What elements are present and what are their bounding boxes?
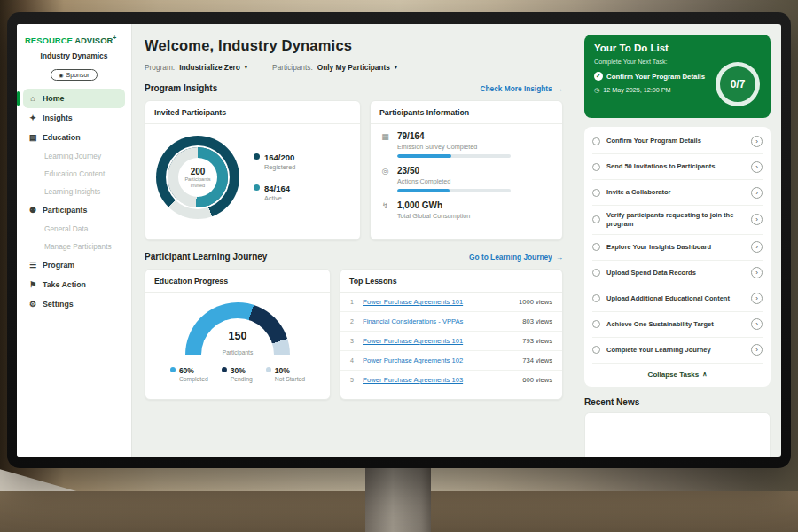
task-checkbox[interactable] xyxy=(592,346,600,354)
participants-filter-value: Only My Participants xyxy=(317,63,390,72)
check-more-insights-link[interactable]: Check More Insights → xyxy=(481,84,563,93)
brand-logo: RESOURCE ADVISOR+ xyxy=(23,34,125,51)
task-checkbox[interactable] xyxy=(592,269,600,277)
task-checkbox[interactable] xyxy=(592,163,600,171)
program-filter-label: Program: xyxy=(145,63,175,72)
education-progress-title: Education Progress xyxy=(145,270,330,293)
lesson-row: 2 Financial Considerations - VPPAs 803 v… xyxy=(340,312,562,332)
todo-next-task[interactable]: ✓ Confirm Your Program Details xyxy=(594,72,718,81)
task-chevron-icon[interactable]: › xyxy=(751,241,763,253)
sidebar-item-program[interactable]: ☰Program xyxy=(23,255,125,275)
filter-bar: Program: Industrialize Zero ▾ Participan… xyxy=(145,63,563,72)
collapse-tasks-button[interactable]: Collapse Tasks ∧ xyxy=(592,364,763,387)
sponsor-icon: ◉ xyxy=(59,72,63,78)
donut-center: 200 Participants Invited xyxy=(178,158,217,197)
education-progress-gauge: 150 Participants xyxy=(185,302,290,356)
recent-news-title: Recent News xyxy=(584,397,771,407)
lesson-link[interactable]: Financial Considerations - VPPAs xyxy=(363,317,516,325)
task-row[interactable]: Verify participants requesting to join t… xyxy=(592,206,763,235)
todo-title: Your To Do List xyxy=(594,43,761,53)
education-progress-card: Education Progress 150 Participants xyxy=(145,269,331,400)
task-row[interactable]: Upload Spend Data Records › xyxy=(592,261,763,286)
sidebar-item-take-action[interactable]: ⚑Take Action xyxy=(23,275,125,294)
task-row[interactable]: Explore Your Insights Dashboard › xyxy=(592,235,763,261)
sidebar-item-learning-insights[interactable]: Learning Insights xyxy=(23,183,125,200)
lesson-link[interactable]: Power Purchase Agreements 101 xyxy=(363,298,512,306)
participants-filter[interactable]: Participants: Only My Participants ▾ xyxy=(272,63,397,72)
go-to-learning-journey-link[interactable]: Go to Learning Journey → xyxy=(469,253,563,262)
program-insights-title: Program Insights xyxy=(145,83,217,93)
stat-emission-survey: ▦ 79/164 Emission Survey Completed xyxy=(380,131,552,158)
task-chevron-icon[interactable]: › xyxy=(751,136,763,147)
org-name: Industry Dynamics xyxy=(23,51,125,60)
sidebar-item-general-data[interactable]: General Data xyxy=(23,220,125,238)
legend-dot-pending xyxy=(222,367,227,372)
donut-legend: 164/200 Registered 84/164 Active xyxy=(254,153,295,202)
task-chevron-icon[interactable]: › xyxy=(751,161,763,173)
task-chevron-icon[interactable]: › xyxy=(751,214,763,225)
participants-information-title: Participants Information xyxy=(371,101,562,124)
task-chevron-icon[interactable]: › xyxy=(751,293,763,304)
program-filter[interactable]: Program: Industrialize Zero ▾ xyxy=(145,63,247,72)
legend-dot-active xyxy=(254,184,260,191)
main-content: Welcome, Industry Dynamics Program: Indu… xyxy=(132,24,575,457)
sidebar-item-learning-journey[interactable]: Learning Journey xyxy=(23,147,125,165)
participants-filter-label: Participants: xyxy=(272,63,313,72)
lesson-row: 3 Power Purchase Agreements 101 793 view… xyxy=(340,332,562,351)
learning-journey-title: Participant Learning Journey xyxy=(145,252,267,262)
task-chevron-icon[interactable]: › xyxy=(751,267,763,278)
legend-dot-registered xyxy=(254,153,260,160)
task-checkbox[interactable] xyxy=(592,215,600,223)
task-checkbox[interactable] xyxy=(592,320,600,328)
task-row[interactable]: Complete Your Learning Journey › xyxy=(592,338,763,364)
program-icon: ☰ xyxy=(28,261,37,270)
legend-not-started: 10%Not Started xyxy=(266,366,305,382)
task-row[interactable]: Achieve One Sustainability Target › xyxy=(592,312,763,338)
sidebar-item-home[interactable]: ⌂Home xyxy=(23,89,125,108)
legend-value: 84/164 xyxy=(264,184,290,193)
learning-cards-row: Education Progress 150 Participants xyxy=(145,269,563,400)
task-row[interactable]: Send 50 Invitations to Participants › xyxy=(592,154,763,180)
brand-plus: + xyxy=(113,35,116,41)
top-lessons-title: Top Lessons xyxy=(340,270,562,293)
task-row[interactable]: Upload Additional Educational Content › xyxy=(592,286,763,312)
lesson-views: 793 views xyxy=(522,337,552,345)
task-row[interactable]: Confirm Your Program Details › xyxy=(592,129,763,154)
lesson-link[interactable]: Power Purchase Agreements 102 xyxy=(363,356,516,364)
stat-value: 1,000 GWh xyxy=(397,200,470,210)
sidebar-item-education[interactable]: ▤Education xyxy=(23,128,125,147)
legend-completed: 60%Completed xyxy=(170,366,208,382)
task-checkbox[interactable] xyxy=(592,189,600,197)
lesson-views: 803 views xyxy=(522,317,552,325)
legend-label: Active xyxy=(264,194,290,202)
todo-progress-ring: 0/7 xyxy=(716,62,760,106)
progress-bar-fill xyxy=(397,154,451,158)
sidebar-item-insights[interactable]: ✦Insights xyxy=(23,108,125,128)
legend-registered: 164/200 Registered xyxy=(254,153,295,171)
task-chevron-icon[interactable]: › xyxy=(751,344,763,356)
dashboard-screen: RESOURCE ADVISOR+ Industry Dynamics ◉Spo… xyxy=(17,24,781,457)
lesson-link[interactable]: Power Purchase Agreements 101 xyxy=(363,337,516,345)
stat-value: 79/164 xyxy=(397,131,511,141)
task-chevron-icon[interactable]: › xyxy=(751,318,763,330)
sidebar-item-manage-participants[interactable]: Manage Participants xyxy=(23,238,125,255)
task-checkbox[interactable] xyxy=(592,294,600,302)
education-progress-body: 150 Participants 60%Completed 30 xyxy=(145,293,330,382)
legend-pending: 30%Pending xyxy=(222,366,253,382)
sidebar-item-participants[interactable]: ⚉Participants xyxy=(23,200,125,220)
donut-center-value: 200 xyxy=(191,167,206,176)
donut-center-label: Participants Invited xyxy=(182,176,214,189)
task-checkbox[interactable] xyxy=(592,243,600,251)
task-row[interactable]: Invite a Collaborator › xyxy=(592,180,763,206)
lesson-link[interactable]: Power Purchase Agreements 103 xyxy=(363,376,516,384)
task-chevron-icon[interactable]: › xyxy=(751,187,763,199)
sidebar-nav: ⌂Home ✦Insights ▤Education Learning Jour… xyxy=(23,89,125,314)
stat-label: Emission Survey Completed xyxy=(397,143,511,151)
monitor-frame: RESOURCE ADVISOR+ Industry Dynamics ◉Spo… xyxy=(7,12,791,468)
progress-bar-track xyxy=(397,189,511,192)
sidebar-item-education-content[interactable]: Education Content xyxy=(23,165,125,183)
lesson-views: 1000 views xyxy=(519,298,552,306)
sidebar-item-settings[interactable]: ⚙Settings xyxy=(23,294,125,314)
task-checkbox[interactable] xyxy=(592,137,600,145)
top-lessons-list: 1 Power Purchase Agreements 101 1000 vie… xyxy=(340,293,562,389)
